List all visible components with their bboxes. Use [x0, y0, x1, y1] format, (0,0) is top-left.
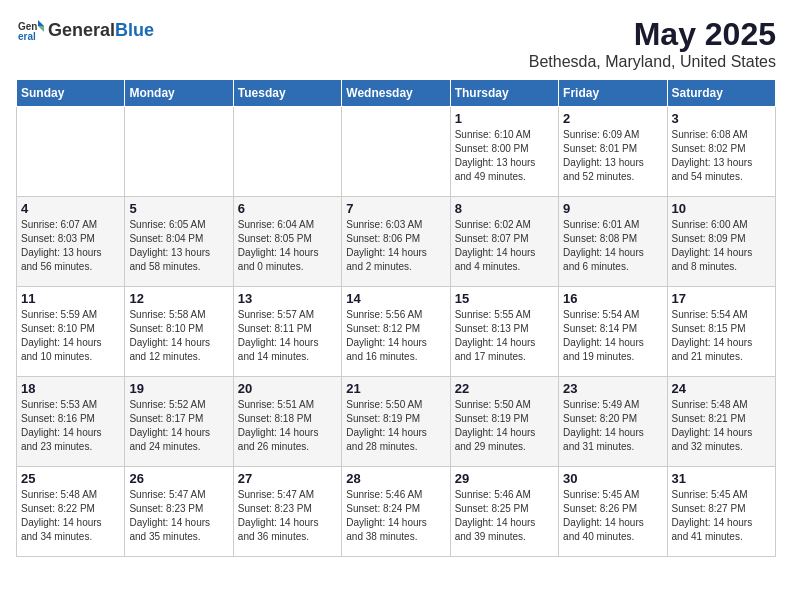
day-cell: 5Sunrise: 6:05 AM Sunset: 8:04 PM Daylig…: [125, 197, 233, 287]
day-cell: 6Sunrise: 6:04 AM Sunset: 8:05 PM Daylig…: [233, 197, 341, 287]
day-number: 20: [238, 381, 337, 396]
day-info: Sunrise: 5:58 AM Sunset: 8:10 PM Dayligh…: [129, 308, 228, 364]
day-header-monday: Monday: [125, 80, 233, 107]
svg-text:eral: eral: [18, 31, 36, 42]
day-cell: 17Sunrise: 5:54 AM Sunset: 8:15 PM Dayli…: [667, 287, 775, 377]
day-number: 13: [238, 291, 337, 306]
header-row: SundayMondayTuesdayWednesdayThursdayFrid…: [17, 80, 776, 107]
day-cell: 1Sunrise: 6:10 AM Sunset: 8:00 PM Daylig…: [450, 107, 558, 197]
week-row-4: 18Sunrise: 5:53 AM Sunset: 8:16 PM Dayli…: [17, 377, 776, 467]
day-cell: [17, 107, 125, 197]
day-cell: 13Sunrise: 5:57 AM Sunset: 8:11 PM Dayli…: [233, 287, 341, 377]
day-number: 10: [672, 201, 771, 216]
day-info: Sunrise: 5:47 AM Sunset: 8:23 PM Dayligh…: [129, 488, 228, 544]
day-header-sunday: Sunday: [17, 80, 125, 107]
day-info: Sunrise: 5:50 AM Sunset: 8:19 PM Dayligh…: [346, 398, 445, 454]
day-number: 1: [455, 111, 554, 126]
calendar-table: SundayMondayTuesdayWednesdayThursdayFrid…: [16, 79, 776, 557]
day-number: 21: [346, 381, 445, 396]
day-cell: 27Sunrise: 5:47 AM Sunset: 8:23 PM Dayli…: [233, 467, 341, 557]
day-number: 3: [672, 111, 771, 126]
day-cell: 24Sunrise: 5:48 AM Sunset: 8:21 PM Dayli…: [667, 377, 775, 467]
logo-icon: Gen eral: [16, 16, 44, 44]
day-number: 29: [455, 471, 554, 486]
day-info: Sunrise: 5:54 AM Sunset: 8:15 PM Dayligh…: [672, 308, 771, 364]
day-header-friday: Friday: [559, 80, 667, 107]
day-cell: 16Sunrise: 5:54 AM Sunset: 8:14 PM Dayli…: [559, 287, 667, 377]
subtitle: Bethesda, Maryland, United States: [529, 53, 776, 71]
logo: Gen eral GeneralBlue: [16, 16, 154, 44]
day-info: Sunrise: 5:53 AM Sunset: 8:16 PM Dayligh…: [21, 398, 120, 454]
day-number: 4: [21, 201, 120, 216]
day-info: Sunrise: 6:02 AM Sunset: 8:07 PM Dayligh…: [455, 218, 554, 274]
header: Gen eral GeneralBlue May 2025 Bethesda, …: [16, 16, 776, 71]
day-cell: 3Sunrise: 6:08 AM Sunset: 8:02 PM Daylig…: [667, 107, 775, 197]
day-cell: 10Sunrise: 6:00 AM Sunset: 8:09 PM Dayli…: [667, 197, 775, 287]
day-info: Sunrise: 5:45 AM Sunset: 8:26 PM Dayligh…: [563, 488, 662, 544]
day-cell: 11Sunrise: 5:59 AM Sunset: 8:10 PM Dayli…: [17, 287, 125, 377]
day-header-thursday: Thursday: [450, 80, 558, 107]
day-info: Sunrise: 6:03 AM Sunset: 8:06 PM Dayligh…: [346, 218, 445, 274]
day-info: Sunrise: 6:08 AM Sunset: 8:02 PM Dayligh…: [672, 128, 771, 184]
day-number: 26: [129, 471, 228, 486]
day-info: Sunrise: 5:56 AM Sunset: 8:12 PM Dayligh…: [346, 308, 445, 364]
day-cell: 31Sunrise: 5:45 AM Sunset: 8:27 PM Dayli…: [667, 467, 775, 557]
day-cell: 25Sunrise: 5:48 AM Sunset: 8:22 PM Dayli…: [17, 467, 125, 557]
day-cell: 26Sunrise: 5:47 AM Sunset: 8:23 PM Dayli…: [125, 467, 233, 557]
day-info: Sunrise: 6:04 AM Sunset: 8:05 PM Dayligh…: [238, 218, 337, 274]
day-info: Sunrise: 6:07 AM Sunset: 8:03 PM Dayligh…: [21, 218, 120, 274]
day-info: Sunrise: 6:01 AM Sunset: 8:08 PM Dayligh…: [563, 218, 662, 274]
day-number: 16: [563, 291, 662, 306]
day-number: 19: [129, 381, 228, 396]
week-row-3: 11Sunrise: 5:59 AM Sunset: 8:10 PM Dayli…: [17, 287, 776, 377]
day-info: Sunrise: 5:48 AM Sunset: 8:22 PM Dayligh…: [21, 488, 120, 544]
day-cell: [125, 107, 233, 197]
day-number: 18: [21, 381, 120, 396]
day-number: 17: [672, 291, 771, 306]
day-number: 15: [455, 291, 554, 306]
day-header-saturday: Saturday: [667, 80, 775, 107]
day-cell: 20Sunrise: 5:51 AM Sunset: 8:18 PM Dayli…: [233, 377, 341, 467]
day-info: Sunrise: 5:50 AM Sunset: 8:19 PM Dayligh…: [455, 398, 554, 454]
day-cell: 28Sunrise: 5:46 AM Sunset: 8:24 PM Dayli…: [342, 467, 450, 557]
day-info: Sunrise: 5:51 AM Sunset: 8:18 PM Dayligh…: [238, 398, 337, 454]
day-number: 5: [129, 201, 228, 216]
day-info: Sunrise: 6:09 AM Sunset: 8:01 PM Dayligh…: [563, 128, 662, 184]
day-number: 27: [238, 471, 337, 486]
day-number: 23: [563, 381, 662, 396]
day-number: 24: [672, 381, 771, 396]
day-number: 28: [346, 471, 445, 486]
day-header-wednesday: Wednesday: [342, 80, 450, 107]
logo-blue-text: Blue: [115, 20, 154, 40]
day-cell: 8Sunrise: 6:02 AM Sunset: 8:07 PM Daylig…: [450, 197, 558, 287]
main-title: May 2025: [529, 16, 776, 53]
day-info: Sunrise: 6:05 AM Sunset: 8:04 PM Dayligh…: [129, 218, 228, 274]
day-cell: [233, 107, 341, 197]
day-info: Sunrise: 5:48 AM Sunset: 8:21 PM Dayligh…: [672, 398, 771, 454]
day-cell: 18Sunrise: 5:53 AM Sunset: 8:16 PM Dayli…: [17, 377, 125, 467]
day-number: 31: [672, 471, 771, 486]
day-cell: 22Sunrise: 5:50 AM Sunset: 8:19 PM Dayli…: [450, 377, 558, 467]
day-info: Sunrise: 5:46 AM Sunset: 8:25 PM Dayligh…: [455, 488, 554, 544]
day-info: Sunrise: 5:49 AM Sunset: 8:20 PM Dayligh…: [563, 398, 662, 454]
day-info: Sunrise: 5:47 AM Sunset: 8:23 PM Dayligh…: [238, 488, 337, 544]
day-cell: 15Sunrise: 5:55 AM Sunset: 8:13 PM Dayli…: [450, 287, 558, 377]
day-info: Sunrise: 5:52 AM Sunset: 8:17 PM Dayligh…: [129, 398, 228, 454]
title-area: May 2025 Bethesda, Maryland, United Stat…: [529, 16, 776, 71]
day-number: 30: [563, 471, 662, 486]
day-number: 22: [455, 381, 554, 396]
week-row-5: 25Sunrise: 5:48 AM Sunset: 8:22 PM Dayli…: [17, 467, 776, 557]
day-info: Sunrise: 6:10 AM Sunset: 8:00 PM Dayligh…: [455, 128, 554, 184]
day-cell: 2Sunrise: 6:09 AM Sunset: 8:01 PM Daylig…: [559, 107, 667, 197]
day-cell: 21Sunrise: 5:50 AM Sunset: 8:19 PM Dayli…: [342, 377, 450, 467]
week-row-2: 4Sunrise: 6:07 AM Sunset: 8:03 PM Daylig…: [17, 197, 776, 287]
day-header-tuesday: Tuesday: [233, 80, 341, 107]
day-cell: 12Sunrise: 5:58 AM Sunset: 8:10 PM Dayli…: [125, 287, 233, 377]
day-info: Sunrise: 5:59 AM Sunset: 8:10 PM Dayligh…: [21, 308, 120, 364]
day-number: 8: [455, 201, 554, 216]
day-number: 12: [129, 291, 228, 306]
day-cell: 4Sunrise: 6:07 AM Sunset: 8:03 PM Daylig…: [17, 197, 125, 287]
day-number: 14: [346, 291, 445, 306]
day-cell: 23Sunrise: 5:49 AM Sunset: 8:20 PM Dayli…: [559, 377, 667, 467]
day-info: Sunrise: 5:54 AM Sunset: 8:14 PM Dayligh…: [563, 308, 662, 364]
